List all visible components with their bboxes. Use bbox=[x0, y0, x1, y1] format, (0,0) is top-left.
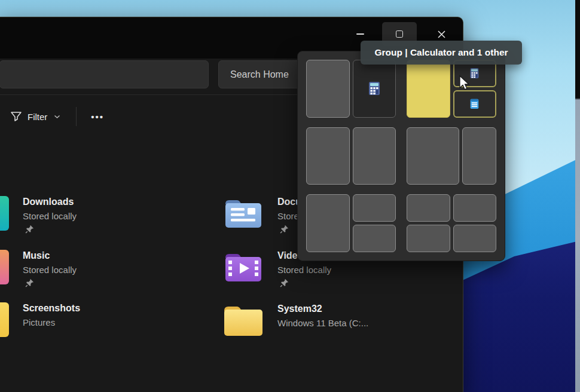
file-subtitle: Stored locally bbox=[277, 264, 331, 276]
close-icon bbox=[437, 30, 446, 39]
snap-cell[interactable] bbox=[306, 127, 350, 185]
file-item-system32[interactable]: System32 Windows 11 Beta (C:... bbox=[222, 301, 420, 341]
file-subtitle: Windows 11 Beta (C:... bbox=[277, 317, 368, 329]
file-name: Screenshots bbox=[23, 302, 80, 315]
documents-folder-icon bbox=[224, 195, 263, 230]
pin-icon bbox=[25, 278, 34, 287]
snap-layout-option-quad[interactable] bbox=[407, 194, 496, 252]
file-subtitle: Pictures bbox=[23, 316, 80, 329]
toolbar-separator bbox=[76, 107, 77, 126]
snap-cell[interactable] bbox=[453, 194, 497, 222]
snap-cell[interactable] bbox=[407, 225, 450, 252]
search-placeholder: Search Home bbox=[230, 69, 289, 80]
desktop: Search Home Filter ••• bbox=[0, 0, 580, 392]
chevron-down-icon bbox=[54, 115, 60, 119]
system32-folder-icon bbox=[222, 301, 264, 338]
funnel-icon bbox=[10, 111, 22, 122]
snap-cell[interactable] bbox=[407, 194, 450, 222]
snap-layouts-flyout bbox=[297, 51, 505, 261]
snap-cell[interactable] bbox=[306, 194, 350, 252]
snap-cell-empty[interactable] bbox=[306, 60, 350, 118]
maximize-icon bbox=[396, 30, 403, 38]
snap-layout-option-left-tall-right-split[interactable] bbox=[306, 194, 396, 252]
see-more-button[interactable]: ••• bbox=[85, 108, 110, 125]
snap-cell[interactable] bbox=[462, 127, 496, 185]
file-item-screenshots[interactable]: Screenshots Pictures bbox=[0, 302, 191, 341]
file-subtitle: Stored locally bbox=[23, 264, 77, 276]
snap-cell-calculator[interactable] bbox=[353, 60, 396, 118]
pin-icon bbox=[280, 278, 289, 287]
snap-layout-option-two-equal[interactable] bbox=[306, 127, 396, 185]
ellipsis-icon: ••• bbox=[91, 112, 104, 122]
snap-split-column bbox=[353, 194, 396, 252]
snap-layout-option-wide-narrow[interactable] bbox=[407, 127, 496, 185]
snap-cell-notepad[interactable] bbox=[453, 90, 497, 118]
snap-cell[interactable] bbox=[453, 225, 497, 252]
file-item-downloads[interactable]: Downloads Stored locally bbox=[0, 195, 191, 235]
snap-cell[interactable] bbox=[353, 127, 396, 185]
music-folder-icon bbox=[0, 250, 9, 284]
calculator-icon bbox=[368, 81, 381, 96]
notepad-icon bbox=[469, 98, 480, 109]
filter-button[interactable]: Filter bbox=[4, 106, 66, 127]
snap-cell[interactable] bbox=[407, 127, 459, 185]
pin-icon bbox=[25, 225, 34, 234]
filter-label: Filter bbox=[28, 112, 47, 122]
tooltip-text: Group | Calculator and 1 other bbox=[374, 47, 508, 58]
file-subtitle: Stored locally bbox=[23, 210, 77, 222]
snap-cell-current-window[interactable] bbox=[407, 60, 450, 118]
snap-cell[interactable] bbox=[353, 194, 396, 222]
snap-group-tooltip: Group | Calculator and 1 other bbox=[361, 41, 522, 65]
snap-layout-option-group-hovered[interactable] bbox=[407, 60, 496, 118]
downloads-folder-icon bbox=[0, 196, 9, 231]
file-name: Music bbox=[23, 249, 77, 262]
arrow-cursor bbox=[456, 74, 472, 91]
file-name: System32 bbox=[277, 302, 368, 316]
snap-layout-option-group-left[interactable] bbox=[306, 60, 396, 118]
address-bar[interactable] bbox=[0, 60, 209, 88]
snap-cell[interactable] bbox=[353, 225, 396, 252]
file-item-music[interactable]: Music Stored locally bbox=[0, 249, 191, 289]
screen-right-edge-strip bbox=[575, 0, 580, 392]
minimize-icon bbox=[356, 33, 364, 35]
file-name: Downloads bbox=[23, 195, 77, 209]
videos-folder-icon bbox=[224, 249, 263, 284]
pin-icon bbox=[280, 225, 289, 234]
screenshots-folder-icon bbox=[0, 302, 9, 337]
